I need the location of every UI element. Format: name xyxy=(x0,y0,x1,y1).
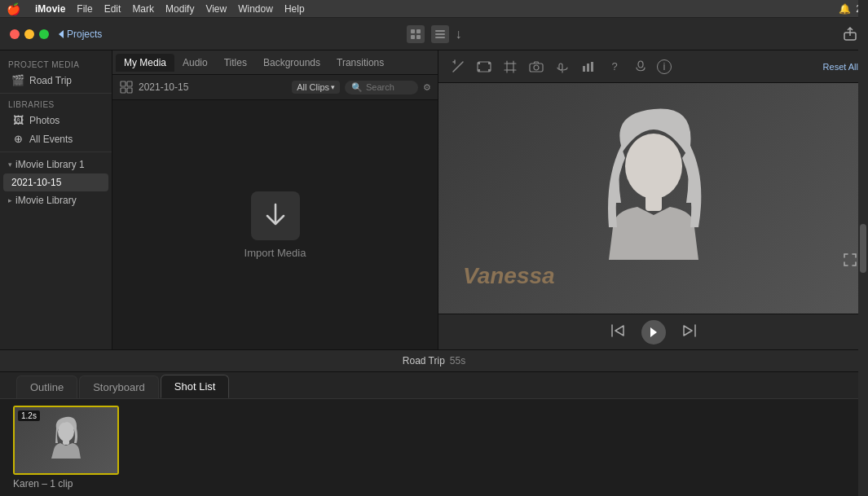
play-pause-button[interactable] xyxy=(641,320,666,345)
filmstrip-scrollbar[interactable] xyxy=(858,398,868,496)
menu-modify[interactable]: Modify xyxy=(165,3,194,15)
search-icon: 🔍 xyxy=(351,82,363,93)
projects-back-button[interactable]: Projects xyxy=(59,29,102,40)
tab-backgrounds[interactable]: Backgrounds xyxy=(255,54,328,72)
sidebar-photos-label: Photos xyxy=(29,115,59,126)
content-area: PROJECT MEDIA 🎬 Road Trip LIBRARIES 🖼 Ph… xyxy=(0,50,868,349)
share-button[interactable] xyxy=(842,26,858,42)
svg-rect-20 xyxy=(559,64,562,70)
list-view-button[interactable] xyxy=(431,25,449,43)
skip-to-end-button[interactable] xyxy=(682,324,697,340)
sidebar-imovie-library-1-group[interactable]: ▾ iMovie Library 1 xyxy=(0,156,112,173)
sidebar-all-events-label: All Events xyxy=(29,134,73,145)
notification-icon[interactable]: 🔔 xyxy=(839,3,851,15)
titlebar-center: ↓ xyxy=(407,25,462,43)
sidebar-item-photos[interactable]: 🖼 Photos xyxy=(3,111,108,129)
svg-rect-16 xyxy=(488,69,491,72)
rewind-to-start-button[interactable] xyxy=(610,324,625,340)
tab-my-media[interactable]: My Media xyxy=(116,54,174,72)
sidebar: PROJECT MEDIA 🎬 Road Trip LIBRARIES 🖼 Ph… xyxy=(0,50,112,349)
search-box[interactable]: 🔍 xyxy=(345,81,418,94)
minimize-button[interactable] xyxy=(24,29,34,39)
sidebar-divider-2 xyxy=(0,151,112,152)
sidebar-road-trip-label: Road Trip xyxy=(29,75,72,86)
menu-view[interactable]: View xyxy=(205,3,227,15)
sidebar-item-date[interactable]: 2021-10-15 xyxy=(3,173,108,191)
tab-audio[interactable]: Audio xyxy=(174,54,216,72)
character-silhouette-svg xyxy=(572,97,735,301)
menu-file[interactable]: File xyxy=(77,3,92,15)
grid-view-button[interactable] xyxy=(407,25,425,43)
info-button[interactable]: i xyxy=(657,59,672,74)
tab-outline[interactable]: Outline xyxy=(16,375,77,398)
tab-transitions[interactable]: Transitions xyxy=(328,54,392,72)
audio-tool-button[interactable] xyxy=(553,57,572,77)
menu-window[interactable]: Window xyxy=(238,3,273,15)
svg-rect-3 xyxy=(416,35,421,39)
camera-tool-button[interactable] xyxy=(527,57,546,77)
timeline-duration: 55s xyxy=(450,355,465,367)
timeline-tabs: Outline Storyboard Shot List xyxy=(0,372,868,398)
clips-filter-chevron: ▾ xyxy=(331,83,335,91)
sidebar-item-road-trip[interactable]: 🎬 Road Trip xyxy=(3,71,108,90)
svg-rect-15 xyxy=(478,69,480,72)
media-grid-toggle[interactable] xyxy=(119,80,134,94)
sort-direction-button[interactable]: ↓ xyxy=(456,27,462,42)
help-button[interactable]: ? xyxy=(605,57,624,77)
svg-rect-8 xyxy=(121,81,126,86)
import-media-label: Import Media xyxy=(245,247,306,259)
menu-edit[interactable]: Edit xyxy=(104,3,121,15)
sidebar-date-label: 2021-10-15 xyxy=(11,177,61,188)
svg-rect-1 xyxy=(416,29,421,33)
timeline-header: Road Trip 55s xyxy=(0,349,868,372)
chevron-right-icon: ▸ xyxy=(8,196,12,204)
maximize-button[interactable] xyxy=(39,29,49,39)
svg-rect-22 xyxy=(583,66,585,72)
tab-shot-list[interactable]: Shot List xyxy=(161,375,230,398)
search-input[interactable] xyxy=(366,82,415,92)
movie-clip-tool-button[interactable] xyxy=(474,57,494,77)
reset-all-button[interactable]: Reset All xyxy=(823,62,858,72)
svg-point-25 xyxy=(638,61,643,68)
settings-icon[interactable]: ⚙ xyxy=(423,82,431,93)
preview-toolbar: ? i Reset All xyxy=(438,50,868,83)
fullscreen-button[interactable] xyxy=(840,250,860,270)
project-media-section-title: PROJECT MEDIA xyxy=(0,57,112,71)
media-panel: My Media Audio Titles Backgrounds Transi… xyxy=(112,50,438,349)
app-name[interactable]: iMovie xyxy=(35,3,65,15)
svg-point-28 xyxy=(58,422,74,441)
libraries-section-title: LIBRARIES xyxy=(0,97,112,111)
clip-duration-badge: 1.2s xyxy=(18,410,40,421)
traffic-lights xyxy=(10,29,49,39)
chevron-left-icon xyxy=(59,30,64,38)
wand-tool-button[interactable] xyxy=(448,57,468,77)
projects-label: Projects xyxy=(67,29,102,40)
tab-storyboard[interactable]: Storyboard xyxy=(79,375,159,398)
close-button[interactable] xyxy=(10,29,20,39)
svg-rect-6 xyxy=(435,37,445,38)
crop-tool-button[interactable] xyxy=(500,57,520,77)
svg-rect-23 xyxy=(587,64,589,72)
menu-help[interactable]: Help xyxy=(284,3,305,15)
bar-chart-tool-button[interactable] xyxy=(579,57,598,77)
chevron-down-icon: ▾ xyxy=(8,160,12,169)
apple-menu-icon[interactable]: 🍎 xyxy=(7,2,20,15)
preview-video: Vanessa xyxy=(438,83,868,314)
voice-over-button[interactable] xyxy=(631,57,650,77)
media-date-display: 2021-10-15 xyxy=(139,81,188,93)
sidebar-imovie-library-group[interactable]: ▸ iMovie Library xyxy=(0,191,112,209)
svg-rect-14 xyxy=(488,62,491,64)
sidebar-imovie-library-label: iMovie Library xyxy=(15,195,77,206)
clips-filter-select[interactable]: All Clips ▾ xyxy=(292,81,340,94)
svg-rect-4 xyxy=(435,30,445,32)
import-media-area[interactable]: Import Media xyxy=(245,191,306,259)
svg-rect-24 xyxy=(591,62,593,72)
clips-filter-label: All Clips xyxy=(297,82,329,92)
svg-point-19 xyxy=(534,65,539,70)
tab-titles[interactable]: Titles xyxy=(216,54,255,72)
sidebar-item-all-events[interactable]: ⊕ All Events xyxy=(3,129,108,148)
filmstrip-area: 1.2s Karen – 1 clip xyxy=(0,398,868,496)
menu-mark[interactable]: Mark xyxy=(132,3,154,15)
clip-thumbnail[interactable]: 1.2s xyxy=(13,406,119,475)
preview-controls xyxy=(438,314,868,349)
